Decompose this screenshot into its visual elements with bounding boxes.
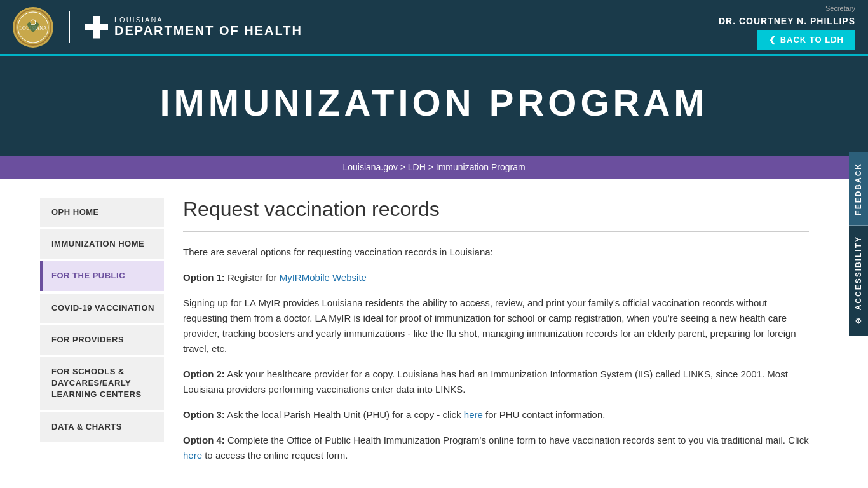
sidebar-item-for-schools[interactable]: FOR SCHOOLS & DAYCARES/EARLY LEARNING CE… [40,357,164,410]
option1-paragraph: Option 1: Register for MyIRMobile Websit… [183,270,809,285]
dept-of-health-label: DEPARTMENT OF HEALTH [114,24,302,38]
breadcrumb-current: Immunization Program [436,162,526,172]
state-seal: LOUISIANA [13,7,53,48]
content-intro: There are several options for requesting… [183,245,809,260]
breadcrumb-ldh[interactable]: LDH [408,162,426,172]
breadcrumb-louisiana[interactable]: Louisiana.gov [342,162,397,172]
sidebar-item-for-providers[interactable]: FOR PROVIDERS [40,325,164,355]
sidebar-item-for-the-public[interactable]: FOR THE PUBLIC [40,261,164,290]
chevron-left-icon: ❮ [769,35,776,44]
breadcrumb: Louisiana.gov > LDH > Immunization Progr… [0,156,868,179]
feedback-tab[interactable]: FEEDBACK [849,152,868,226]
option3-text2: for PHU contact information. [483,409,606,420]
option4-text: Complete the Office of Public Health Imm… [225,435,809,445]
main-content: Request vaccination records There are se… [164,198,828,473]
option3-paragraph: Option 3: Ask the local Parish Health Un… [183,407,809,423]
content-divider [183,231,809,232]
option3-text: Ask the local Parish Health Unit (PHU) f… [225,409,464,420]
sidebar: OPH HOME IMMUNIZATION HOME FOR THE PUBLI… [40,198,164,473]
option1-text: Register for [225,272,280,283]
main-layout: OPH HOME IMMUNIZATION HOME FOR THE PUBLI… [27,179,841,488]
sidebar-item-covid-19[interactable]: COVID-19 VACCINATION [40,294,164,323]
option3-link[interactable]: here [464,409,483,420]
hero-section: IMMUNIZATION PROGRAM [0,56,868,156]
secretary-label: Secretary [825,4,855,12]
sidebar-item-data-charts[interactable]: DATA & CHARTS [40,412,164,442]
dept-logo: LOUISIANA DEPARTMENT OF HEALTH [85,16,302,39]
option1-label: Option 1: [183,272,225,283]
option3-label: Option 3: [183,409,225,420]
sidebar-item-immunization-home[interactable]: IMMUNIZATION HOME [40,229,164,259]
svg-point-3 [31,20,36,25]
side-tabs: FEEDBACK ⚙ ACCESSIBILITY [849,152,868,336]
option4-link[interactable]: here [183,450,202,461]
accessibility-label: ACCESSIBILITY [854,236,863,310]
breadcrumb-sep1: > [398,162,408,172]
option2-paragraph: Option 2: Ask your healthcare provider f… [183,367,809,397]
dept-name-text: LOUISIANA DEPARTMENT OF HEALTH [114,16,302,38]
gear-icon: ⚙ [854,315,863,325]
accessibility-tab[interactable]: ⚙ ACCESSIBILITY [849,226,868,336]
sidebar-item-oph-home[interactable]: OPH HOME [40,198,164,227]
back-btn-label: BACK TO LDH [780,35,844,44]
cross-icon [85,16,108,39]
feedback-label: FEEDBACK [854,163,863,215]
louisiana-label: LOUISIANA [114,16,302,24]
option4-paragraph: Option 4: Complete the Office of Public … [183,433,809,463]
content-heading: Request vaccination records [183,198,809,221]
option2-text: Ask your healthcare provider for a copy.… [183,369,788,395]
back-to-ldh-button[interactable]: ❮ BACK TO LDH [757,30,855,50]
header-right: Secretary DR. COURTNEY N. PHILLIPS ❮ BAC… [719,4,855,50]
site-header: LOUISIANA LOUISIANA DEPARTMENT OF HEALTH… [0,0,868,56]
breadcrumb-sep2: > [426,162,436,172]
secretary-name: DR. COURTNEY N. PHILLIPS [719,16,855,26]
header-divider [69,11,70,43]
option1-link[interactable]: MyIRMobile Website [280,272,367,283]
option4-text2: to access the online request form. [202,450,348,461]
option4-label: Option 4: [183,435,225,445]
option2-label: Option 2: [183,369,225,379]
page-title: IMMUNIZATION PROGRAM [13,81,855,124]
header-logo-area: LOUISIANA LOUISIANA DEPARTMENT OF HEALTH [13,7,302,48]
option1-desc: Signing up for LA MyIR provides Louisian… [183,295,809,356]
